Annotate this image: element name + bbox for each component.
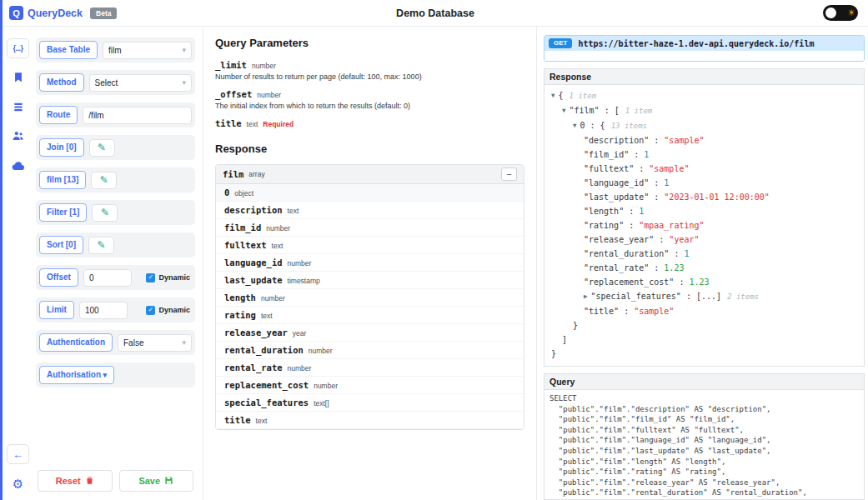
expand-node-icon[interactable]: ▶: [584, 289, 588, 303]
limit-button[interactable]: Limit: [39, 301, 74, 319]
schema-root-name: film: [223, 169, 243, 179]
offset-input[interactable]: [83, 269, 132, 287]
json-schema-button[interactable]: {...}: [7, 38, 29, 58]
filter-1-button[interactable]: Filter [1]: [39, 203, 87, 222]
sort-0-edit-button[interactable]: ✎: [88, 237, 114, 254]
film-13-button[interactable]: film [13]: [39, 171, 86, 189]
collapse-node-icon[interactable]: ▼: [573, 118, 577, 132]
checkbox-checked-icon: ✓: [146, 306, 155, 315]
theme-toggle[interactable]: ☀: [823, 5, 858, 21]
api-url-box[interactable]: GET https://bitter-haze-1.dev-api.queryd…: [544, 35, 865, 62]
users-button[interactable]: [7, 126, 29, 146]
offset-dynamic-checkbox[interactable]: ✓Dynamic: [146, 273, 192, 282]
reset-button[interactable]: Reset: [38, 470, 113, 492]
brand[interactable]: Q QueryDeck Beta: [9, 6, 117, 20]
json-key: "special_features": [591, 292, 681, 301]
collapse-node-icon[interactable]: ▼: [562, 103, 566, 118]
save-button[interactable]: Save: [119, 470, 194, 492]
collapse-schema-button[interactable]: −: [501, 168, 517, 181]
film-13-edit-button[interactable]: ✎: [91, 172, 117, 189]
limit-dynamic-checkbox[interactable]: ✓Dynamic: [146, 306, 192, 315]
json-value: 1.23: [664, 263, 684, 272]
schema-field-release-year: release_yearyear: [216, 324, 524, 342]
builder-row-authorisation: Authorisation ▾: [36, 362, 195, 388]
method-button[interactable]: Method: [39, 73, 84, 92]
deploy-cloud-button[interactable]: [7, 155, 29, 175]
response-schema-panel: film array − 0objectdescriptiontextfilm_…: [215, 164, 524, 430]
field-type: text: [272, 242, 283, 250]
json-line: "fulltext" : "sample": [544, 162, 864, 176]
field-type: text: [288, 207, 299, 215]
builder-row-film-13: film [13]✎: [36, 168, 195, 192]
query-builder-panel: Base Tablefilm▾MethodSelect▾RouteJoin [0…: [33, 27, 203, 500]
sort-0-button[interactable]: Sort [0]: [39, 236, 83, 254]
param-type: number: [257, 91, 281, 99]
json-brace: [: [615, 106, 620, 115]
bookmark-icon: [13, 72, 24, 83]
field-name: release_year: [224, 328, 288, 338]
response-viewer-header: Response: [544, 69, 864, 85]
json-key: "rating": [584, 221, 624, 230]
json-line: ▶"special_features" : [...]2 items: [544, 289, 864, 304]
json-value: 1: [684, 249, 689, 258]
route-input[interactable]: [83, 107, 192, 124]
base-table-select[interactable]: film▾: [103, 42, 192, 59]
method-select[interactable]: Select▾: [89, 74, 192, 92]
collections-button[interactable]: [7, 97, 29, 117]
json-value: "year": [669, 235, 699, 244]
builder-row-base-table: Base Tablefilm▾: [36, 38, 195, 62]
authentication-select[interactable]: False▾: [118, 334, 192, 352]
json-line: "rental_rate" : 1.23: [544, 261, 864, 275]
limit-input[interactable]: [79, 302, 128, 319]
field-name: last_update: [224, 275, 283, 285]
authentication-button[interactable]: Authentication: [39, 333, 113, 352]
field-name: fulltext: [224, 240, 267, 250]
settings-button[interactable]: ⚙: [7, 473, 29, 493]
param-description: Number of results to return per page (de…: [215, 72, 524, 81]
json-key: "title": [584, 307, 619, 316]
builder-row-method: MethodSelect▾: [36, 70, 195, 95]
schema-field-description: descriptiontext: [216, 202, 524, 219]
pencil-icon: ✎: [101, 208, 109, 218]
json-value: "sample": [664, 136, 704, 145]
schema-field-rental-rate: rental_ratenumber: [216, 359, 524, 377]
builder-footer: Reset Save: [36, 470, 195, 492]
icon-rail: {...} ← ⚙: [3, 27, 33, 500]
builder-row-join-0: Join [0]✎: [36, 135, 195, 160]
chevron-down-icon: ▾: [182, 46, 186, 54]
schema-rows: 0objectdescriptiontextfilm_idnumberfullt…: [216, 184, 524, 429]
json-key: "rental_rate": [584, 263, 649, 272]
collapse-node-icon[interactable]: ▼: [551, 88, 555, 102]
offset-button[interactable]: Offset: [39, 268, 78, 287]
builder-row-offset: Offset✓Dynamic: [36, 265, 195, 290]
param-line: _offsetnumber: [215, 89, 524, 99]
query-viewer-header: Query: [544, 374, 864, 390]
builder-row-authentication: AuthenticationFalse▾: [36, 330, 195, 355]
collapse-sidebar-button[interactable]: ←: [7, 444, 29, 464]
json-value: 1.23: [689, 278, 709, 287]
schema-field-special-features: special_featurestext[]: [216, 394, 524, 412]
back-arrow-icon: ←: [13, 449, 23, 460]
pencil-icon: ✎: [97, 240, 105, 250]
authorisation-button[interactable]: Authorisation ▾: [39, 366, 114, 384]
schema-root-row: film array −: [216, 165, 524, 184]
route-button[interactable]: Route: [39, 106, 78, 124]
join-0-button[interactable]: Join [0]: [39, 138, 84, 157]
braces-icon: {...}: [13, 44, 23, 52]
response-schema-title: Response: [215, 142, 524, 155]
param-required-badge: Required: [263, 120, 294, 128]
json-value: "mpaa_rating": [639, 221, 704, 230]
reset-label: Reset: [56, 476, 81, 486]
schema-field-fulltext: fulltexttext: [216, 237, 524, 254]
join-0-edit-button[interactable]: ✎: [89, 139, 115, 157]
filter-1-edit-button[interactable]: ✎: [92, 204, 118, 222]
json-key: "film_id": [584, 150, 629, 159]
json-colon: :: [681, 292, 696, 301]
saved-queries-button[interactable]: [7, 68, 29, 88]
base-table-button[interactable]: Base Table: [39, 41, 98, 59]
item-count: 1 item: [569, 92, 597, 100]
json-brace: ]: [562, 335, 567, 344]
item-count: 2 items: [727, 292, 759, 301]
param-name: _offset: [215, 89, 252, 99]
field-type: number: [288, 259, 312, 268]
